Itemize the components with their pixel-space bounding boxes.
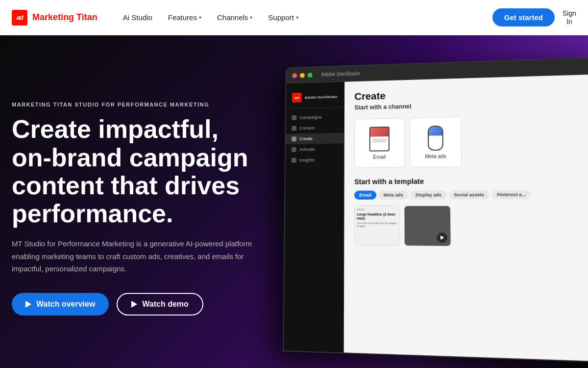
create-icon bbox=[292, 136, 296, 141]
hero-description: MT Studio for Performance Marketing is a… bbox=[12, 237, 257, 275]
navbar-right: Get started Sign In bbox=[492, 8, 576, 26]
sidebar-item-content: Content bbox=[286, 122, 344, 134]
nav-item-channels[interactable]: Channels ▾ bbox=[211, 9, 258, 26]
email-channel-icon bbox=[369, 126, 390, 151]
sidebar-logo-icon: ad bbox=[292, 93, 302, 103]
watch-demo-button[interactable]: Watch demo bbox=[117, 293, 203, 315]
sign-in-button[interactable]: Sign In bbox=[563, 9, 576, 26]
watch-overview-button[interactable]: Watch overview bbox=[12, 293, 109, 315]
get-started-button[interactable]: Get started bbox=[492, 8, 555, 26]
hero-section: MARKETING TITAN STUDIO FOR PERFORMANCE M… bbox=[0, 35, 588, 368]
template-card-1: WKND Large Headline (2 lines max) Your u… bbox=[354, 206, 400, 246]
brand-logo[interactable]: ad Marketing Titan bbox=[12, 10, 98, 26]
brand-name: Marketing Titan bbox=[32, 12, 98, 23]
channel-card-meta: Meta ads bbox=[410, 117, 462, 167]
titlebar-dot-red bbox=[292, 73, 297, 78]
template-play-icon bbox=[437, 233, 447, 243]
mockup-template-section: Start with a template Email Meta ads Dis… bbox=[354, 176, 588, 248]
channels-chevron-icon: ▾ bbox=[250, 15, 252, 20]
hero-eyebrow: MARKETING TITAN STUDIO FOR PERFORMANCE M… bbox=[12, 102, 259, 107]
nav-item-ai-studio[interactable]: Ai Studio bbox=[117, 9, 158, 26]
content-icon bbox=[292, 126, 296, 131]
play-icon-demo bbox=[131, 301, 137, 308]
nav-links: Ai Studio Features ▾ Channels ▾ Support … bbox=[117, 9, 492, 26]
features-chevron-icon: ▾ bbox=[199, 15, 201, 20]
tab-social-assets[interactable]: Social assets bbox=[449, 190, 490, 200]
mockup-body: ad Adobe GenStudio Campaigns Content Cre… bbox=[284, 74, 588, 362]
hero-title: Create impactful, on-brand campaign cont… bbox=[12, 115, 259, 228]
hero-buttons: Watch overview Watch demo bbox=[12, 293, 259, 315]
email-card-label: Email bbox=[373, 154, 386, 159]
tab-meta-ads[interactable]: Meta ads bbox=[378, 190, 408, 200]
mockup-channel-cards: Email Meta ads bbox=[354, 114, 588, 168]
mockup-screen: Adobe GenStudio ad Adobe GenStudio Campa… bbox=[283, 57, 588, 363]
template-card-2 bbox=[404, 206, 451, 246]
mockup-template-cards: WKND Large Headline (2 lines max) Your u… bbox=[354, 206, 588, 248]
meta-channel-icon bbox=[428, 125, 443, 150]
activate-icon bbox=[292, 147, 296, 152]
titlebar-dot-green bbox=[308, 73, 313, 78]
sidebar-app-name: Adobe GenStudio bbox=[304, 94, 337, 100]
hero-mockup: Adobe GenStudio ad Adobe GenStudio Campa… bbox=[265, 55, 588, 359]
sidebar-logo: ad Adobe GenStudio bbox=[286, 90, 344, 109]
hero-content: MARKETING TITAN STUDIO FOR PERFORMANCE M… bbox=[0, 35, 274, 368]
campaigns-icon bbox=[292, 115, 296, 120]
titlebar-dot-yellow bbox=[300, 73, 305, 78]
app-title-label: Adobe GenStudio bbox=[321, 71, 360, 77]
tab-display-ads[interactable]: Display ads bbox=[410, 190, 446, 200]
meta-card-label: Meta ads bbox=[425, 153, 446, 159]
insights-icon bbox=[292, 158, 296, 163]
logo-icon: ad bbox=[12, 10, 27, 26]
mockup-tabs: Email Meta ads Display ads Social assets… bbox=[354, 190, 588, 200]
tab-pinterest[interactable]: Pinterest a... bbox=[491, 190, 531, 199]
play-icon bbox=[25, 301, 31, 308]
template-card-dark-preview bbox=[405, 206, 451, 246]
sidebar-item-activate: Activate bbox=[286, 143, 344, 155]
template-card-preview-1: WKND Large Headline (2 lines max) Your u… bbox=[355, 206, 399, 245]
navbar: ad Marketing Titan Ai Studio Features ▾ … bbox=[0, 0, 588, 35]
mockup-sidebar: ad Adobe GenStudio Campaigns Content Cre… bbox=[284, 82, 344, 353]
channel-card-email: Email bbox=[354, 118, 405, 168]
template-subtitle: Start with a template bbox=[354, 176, 588, 186]
sidebar-item-create: Create bbox=[286, 133, 344, 145]
support-chevron-icon: ▾ bbox=[296, 15, 298, 20]
sidebar-item-insights: Insights bbox=[286, 154, 344, 165]
sidebar-item-campaigns: Campaigns bbox=[286, 111, 344, 123]
mockup-main: Create Start with a channel Email Meta a… bbox=[344, 74, 588, 362]
nav-item-support[interactable]: Support ▾ bbox=[262, 9, 304, 26]
nav-item-features[interactable]: Features ▾ bbox=[162, 9, 207, 26]
tab-email[interactable]: Email bbox=[354, 190, 376, 199]
